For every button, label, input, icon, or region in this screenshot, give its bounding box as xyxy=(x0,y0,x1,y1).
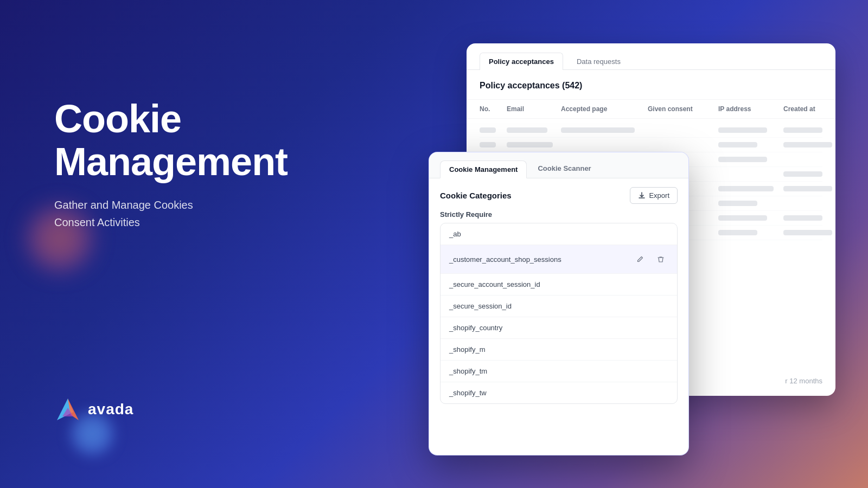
subtitle: Gather and Manage Cookies Consent Activi… xyxy=(54,196,288,231)
tab-cookie-scanner[interactable]: Cookie Scanner xyxy=(529,160,599,178)
cookie-item[interactable]: _shopify_tw xyxy=(441,382,677,403)
tab-data-requests[interactable]: Data requests xyxy=(567,53,630,70)
cookie-name: _secure_session_id xyxy=(449,302,512,310)
cookie-item-actions xyxy=(633,252,668,267)
cookie-item[interactable]: _shopify_tm xyxy=(441,361,677,382)
cookie-name: _shopify_m xyxy=(449,345,485,354)
cookie-list: _ab _customer_account_shop_sessions xyxy=(440,223,678,404)
cookie-item[interactable]: _shopify_m xyxy=(441,339,677,361)
edit-icon[interactable] xyxy=(633,252,648,267)
cookie-name: _ab xyxy=(449,230,461,238)
cell-placeholder xyxy=(783,157,835,162)
cookie-item[interactable]: _customer_account_shop_sessions xyxy=(441,245,677,274)
table-row xyxy=(480,123,822,138)
col-given-consent: Given consent xyxy=(648,105,718,113)
export-button[interactable]: Export xyxy=(630,187,678,204)
cell-placeholder xyxy=(718,230,757,235)
panels-container: Policy acceptances Data requests Policy … xyxy=(429,43,835,466)
tab-policy-acceptances[interactable]: Policy acceptances xyxy=(480,53,563,70)
logo-text: avada xyxy=(88,401,133,418)
category-label: Strictly Require xyxy=(440,210,678,219)
front-panel-content: Cookie Categories Export Strictly Requir… xyxy=(429,178,688,413)
tab-cookie-management[interactable]: Cookie Management xyxy=(440,160,527,178)
table-header: No. Email Accepted page Given consent IP… xyxy=(467,100,835,119)
front-tab-bar: Cookie Management Cookie Scanner xyxy=(429,152,688,178)
front-header: Cookie Categories Export xyxy=(440,187,678,204)
cell-placeholder xyxy=(718,186,774,191)
cell-placeholder xyxy=(783,127,822,133)
page-title: Cookie Management xyxy=(54,98,288,183)
cell-placeholder xyxy=(507,142,553,147)
col-accepted-page: Accepted page xyxy=(561,105,648,113)
cell-placeholder xyxy=(783,171,822,177)
cookie-name: _customer_account_shop_sessions xyxy=(449,255,561,264)
col-email: Email xyxy=(507,105,561,113)
logo-area: avada xyxy=(54,396,133,423)
cell-placeholder xyxy=(561,142,641,147)
cookie-item[interactable]: _secure_account_session_id xyxy=(441,274,677,296)
cell-placeholder xyxy=(480,142,496,147)
cookie-name: _shopify_tw xyxy=(449,389,487,397)
panel-bottom-text: r 12 months xyxy=(785,377,822,385)
back-panel-tab-bar: Policy acceptances Data requests xyxy=(467,43,835,70)
cell-placeholder xyxy=(783,215,822,221)
cell-placeholder xyxy=(648,127,712,133)
cookie-name: _shopify_country xyxy=(449,324,502,332)
cell-placeholder xyxy=(480,127,496,133)
policy-acceptances-title: Policy acceptances (542) xyxy=(467,70,835,100)
col-created-at: Created at xyxy=(783,105,835,113)
cell-placeholder xyxy=(783,201,835,206)
export-icon xyxy=(638,192,646,200)
cell-placeholder xyxy=(718,215,767,221)
cookie-name: _shopify_tm xyxy=(449,367,487,375)
title-line1: Cookie xyxy=(54,97,181,140)
cookie-item[interactable]: _secure_session_id xyxy=(441,296,677,317)
avada-logo-icon xyxy=(54,396,81,423)
cell-placeholder xyxy=(783,230,832,235)
cookie-name: _secure_account_session_id xyxy=(449,280,540,288)
subtitle-line1: Gather and Manage Cookies xyxy=(54,196,288,214)
export-label: Export xyxy=(649,191,669,200)
cell-placeholder xyxy=(718,201,757,206)
left-content: Cookie Management Gather and Manage Cook… xyxy=(54,98,288,231)
cell-placeholder xyxy=(783,186,832,191)
cell-placeholder xyxy=(718,142,757,147)
col-no: No. xyxy=(480,105,507,113)
cell-placeholder xyxy=(561,127,635,133)
subtitle-line2: Consent Activities xyxy=(54,214,288,231)
cell-placeholder xyxy=(718,127,767,133)
cookie-categories-title: Cookie Categories xyxy=(440,191,512,200)
title-line2: Management xyxy=(54,140,288,183)
delete-icon[interactable] xyxy=(653,252,668,267)
cookie-item[interactable]: _ab xyxy=(441,223,677,245)
cell-placeholder xyxy=(648,142,712,147)
col-ip-address: IP address xyxy=(718,105,783,113)
cookie-management-panel: Cookie Management Cookie Scanner Cookie … xyxy=(429,152,689,455)
cell-placeholder xyxy=(783,142,832,147)
table-row xyxy=(480,138,822,152)
cell-placeholder xyxy=(718,171,777,177)
cell-placeholder xyxy=(507,127,547,133)
cell-placeholder xyxy=(718,157,767,162)
cookie-item[interactable]: _shopify_country xyxy=(441,317,677,339)
